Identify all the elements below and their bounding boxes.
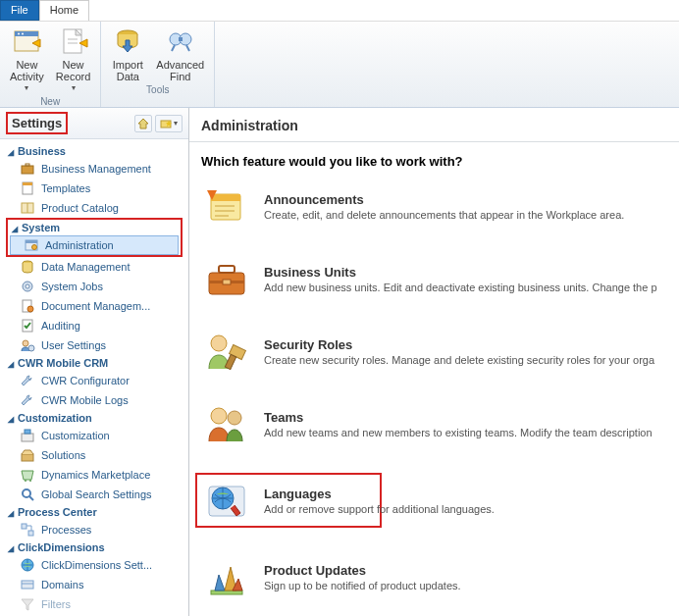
svg-point-40 <box>23 489 30 497</box>
nav-section-system[interactable]: System <box>10 220 179 235</box>
svg-point-2 <box>18 33 20 35</box>
nav-item-customization[interactable]: Customization <box>0 426 188 445</box>
nav-section-cwr[interactable]: CWR Mobile CRM <box>0 355 188 371</box>
new-record-button[interactable]: New Record▾ <box>50 24 96 96</box>
svg-rect-48 <box>211 194 240 201</box>
svg-line-15 <box>186 45 189 51</box>
new-activity-label: New Activity <box>10 59 44 82</box>
feature-product-updates[interactable]: Product Updates Sign up to be notified o… <box>201 553 667 600</box>
new-record-icon <box>58 26 89 57</box>
import-data-button[interactable]: Import Data <box>105 24 150 84</box>
nav-label: Customization <box>41 430 110 441</box>
nav-item-business-management[interactable]: Business Management <box>0 159 188 179</box>
feature-title: Teams <box>264 410 665 425</box>
nav-item-administration[interactable]: Administration <box>10 235 179 255</box>
feature-business-units[interactable]: Business Units Add new business units. E… <box>201 255 667 302</box>
svg-rect-18 <box>22 166 33 174</box>
tab-home[interactable]: Home <box>39 0 89 21</box>
feature-title: Product Updates <box>264 563 665 578</box>
nav-section-customization[interactable]: Customization <box>0 410 188 426</box>
nav-label: Product Catalog <box>41 202 119 214</box>
feature-desc: Add new business units. Edit and deactiv… <box>264 282 665 293</box>
nav-item-user-settings[interactable]: User Settings <box>0 335 188 355</box>
new-activity-button[interactable]: New Activity▾ <box>4 24 50 96</box>
wrench-icon <box>20 392 35 408</box>
feature-desc: Create, edit, and delete announcements t… <box>264 209 665 221</box>
nav-item-global-search-settings[interactable]: Global Search Settings <box>0 485 188 504</box>
nav-label: Auditing <box>41 320 80 332</box>
feature-security-roles[interactable]: Security Roles Create new security roles… <box>201 328 667 375</box>
main-area: Administration Which feature would you l… <box>189 108 679 616</box>
nav-tree: Business Business Management Templates P… <box>0 139 188 616</box>
nav-label: ClickDimensions Sett... <box>41 559 152 571</box>
nav-label: Templates <box>41 182 90 194</box>
home-icon-button[interactable] <box>134 115 152 132</box>
svg-point-3 <box>22 33 24 35</box>
gear-icon <box>20 279 35 294</box>
solutions-icon <box>20 447 35 463</box>
feature-desc: Add or remove support for additional lan… <box>264 503 495 515</box>
sidebar-toolbar: Settings ▾ <box>0 108 188 139</box>
marketplace-icon <box>20 467 35 483</box>
tab-file[interactable]: File <box>0 0 39 21</box>
svg-point-39 <box>29 480 31 482</box>
nav-section-clickdimensions[interactable]: ClickDimensions <box>0 539 188 555</box>
advanced-find-button[interactable]: Advanced Find <box>150 24 210 84</box>
nav-item-filters[interactable]: Filters <box>0 594 188 614</box>
svg-rect-45 <box>22 581 33 589</box>
nav-section-business[interactable]: Business <box>0 143 188 159</box>
feature-announcements[interactable]: Announcements Create, edit, and delete a… <box>201 182 667 230</box>
nav-item-templates[interactable]: Templates <box>0 179 188 198</box>
nav-label: Global Search Settings <box>41 488 152 500</box>
svg-rect-43 <box>28 531 33 536</box>
import-data-icon <box>112 26 143 57</box>
feature-teams[interactable]: Teams Add new teams and new members to e… <box>201 400 667 447</box>
customize-icon <box>20 428 35 443</box>
nav-label: Processes <box>41 524 91 536</box>
svg-rect-35 <box>22 434 33 441</box>
nav-item-product-catalog[interactable]: Product Catalog <box>0 198 188 218</box>
nav-item-solutions[interactable]: Solutions <box>0 445 188 465</box>
nav-section-process-center[interactable]: Process Center <box>0 504 188 520</box>
nav-label: Solutions <box>41 449 85 461</box>
sidebar-title: Settings <box>6 112 68 134</box>
nav-item-processes[interactable]: Processes <box>0 520 188 539</box>
nav-item-domains[interactable]: Domains <box>0 575 188 594</box>
nav-label: CWR Configurator <box>41 375 130 386</box>
ribbon-group-label-new: New <box>4 96 96 108</box>
svg-point-29 <box>26 284 29 288</box>
new-record-label: New Record <box>56 59 90 82</box>
business-units-icon <box>203 257 250 300</box>
svg-point-33 <box>23 340 28 346</box>
svg-point-38 <box>25 480 26 482</box>
advanced-find-icon <box>165 26 196 57</box>
nav-item-data-management[interactable]: Data Management <box>0 257 188 277</box>
process-icon <box>20 522 35 538</box>
nav-item-document-management[interactable]: Document Managem... <box>0 296 188 316</box>
svg-point-26 <box>32 245 37 250</box>
recent-button[interactable]: ▾ <box>155 115 183 132</box>
domains-icon <box>20 577 35 592</box>
feature-title: Business Units <box>264 265 665 280</box>
ribbon: New Activity▾ New Record▾ New Import Dat… <box>0 22 679 108</box>
nav-item-dynamics-marketplace[interactable]: Dynamics Marketplace <box>0 465 188 485</box>
advanced-find-label: Advanced Find <box>156 59 204 82</box>
nav-item-clickdimensions-settings[interactable]: ClickDimensions Sett... <box>0 555 188 575</box>
svg-rect-13 <box>179 37 183 41</box>
svg-rect-61 <box>211 590 242 594</box>
svg-rect-36 <box>25 430 30 434</box>
folder-star-icon <box>160 118 172 129</box>
svg-rect-42 <box>22 524 26 529</box>
svg-rect-51 <box>219 266 235 273</box>
nav-item-system-jobs[interactable]: System Jobs <box>0 277 188 296</box>
teams-icon <box>203 402 250 445</box>
chevron-down-icon: ▾ <box>174 119 178 128</box>
svg-rect-37 <box>22 454 33 461</box>
svg-rect-19 <box>26 164 29 166</box>
nav-item-cwr-mobile-logs[interactable]: CWR Mobile Logs <box>0 390 188 410</box>
nav-item-cwr-configurator[interactable]: CWR Configurator <box>0 371 188 390</box>
nav-item-auditing[interactable]: Auditing <box>0 316 188 335</box>
feature-languages[interactable]: Languages Add or remove support for addi… <box>195 473 382 528</box>
globe-icon <box>20 557 35 573</box>
admin-icon <box>24 237 39 253</box>
